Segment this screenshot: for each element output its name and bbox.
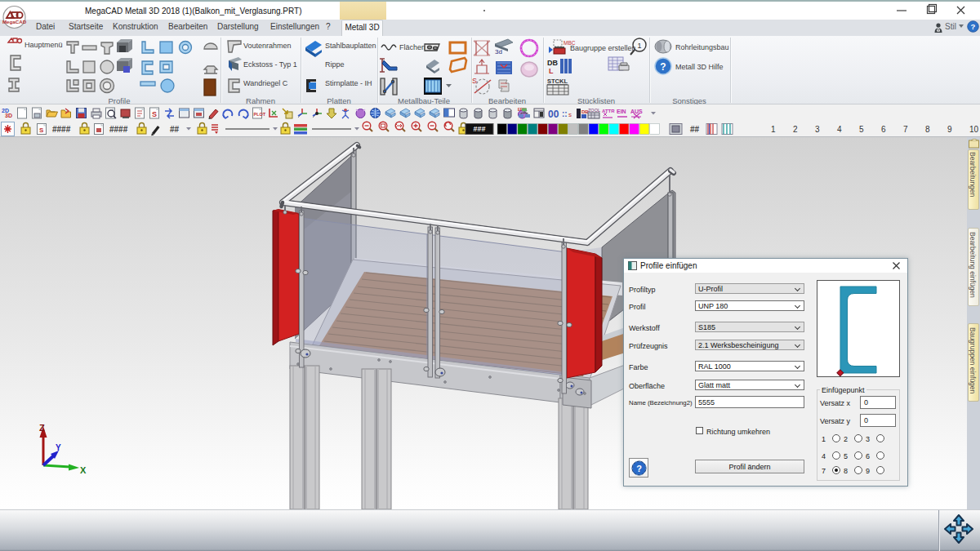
svg-text:::: :: xyxy=(562,109,568,118)
svg-text:##: ## xyxy=(170,125,180,134)
svg-text:Wandriegel C: Wandriegel C xyxy=(243,79,288,87)
svg-text:S: S xyxy=(39,127,44,134)
svg-text:3D: 3D xyxy=(5,113,12,118)
svg-text:DB: DB xyxy=(547,59,558,67)
svg-text:AUS: AUS xyxy=(630,109,643,114)
svg-text:S: S xyxy=(472,77,477,85)
svg-text:9: 9 xyxy=(947,125,952,134)
svg-text:10: 10 xyxy=(969,125,979,134)
svg-text:Metall 3D Hilfe: Metall 3D Hilfe xyxy=(675,63,724,71)
svg-text:2: 2 xyxy=(793,125,798,134)
svg-text:MegaCAD: MegaCAD xyxy=(2,19,27,24)
svg-text:4: 4 xyxy=(837,125,842,134)
svg-text:##: ## xyxy=(690,125,700,134)
svg-text:Y: Y xyxy=(56,443,61,452)
svg-text:8: 8 xyxy=(925,125,930,134)
svg-text:Hauptmenü: Hauptmenü xyxy=(24,41,63,49)
svg-text:?: ? xyxy=(660,61,666,73)
svg-text:1: 1 xyxy=(637,42,641,50)
svg-text:s: s xyxy=(568,111,572,118)
svg-text:Voutenrahmen: Voutenrahmen xyxy=(243,42,292,50)
svg-text:X: X xyxy=(80,465,87,475)
svg-text:?: ? xyxy=(971,22,976,31)
svg-text:L: L xyxy=(549,67,554,75)
svg-text:Baugruppe erstellen: Baugruppe erstellen xyxy=(570,44,636,52)
svg-text:Flächen: Flächen xyxy=(399,43,425,51)
svg-text:1: 1 xyxy=(771,125,776,134)
svg-text:6: 6 xyxy=(881,125,886,134)
svg-text:7: 7 xyxy=(903,125,908,134)
svg-text:3: 3 xyxy=(815,125,820,134)
svg-text:Eckstoss - Typ 1: Eckstoss - Typ 1 xyxy=(243,60,297,69)
svg-text:Z: Z xyxy=(39,423,45,433)
svg-text:Stirnplatte - IH: Stirnplatte - IH xyxy=(325,79,372,87)
svg-text:####: #### xyxy=(52,125,71,134)
svg-text:?: ? xyxy=(636,463,642,473)
svg-text:00: 00 xyxy=(548,109,559,120)
svg-text:3d: 3d xyxy=(495,48,502,56)
svg-text:S: S xyxy=(152,110,157,118)
svg-text:STCKL: STCKL xyxy=(547,78,568,85)
svg-text:####: #### xyxy=(109,125,128,134)
svg-text:Rippe: Rippe xyxy=(325,60,345,69)
svg-text:Rohrleitungsbau: Rohrleitungsbau xyxy=(675,43,729,51)
svg-text:###: ### xyxy=(473,125,485,133)
svg-text:ZOOL: ZOOL xyxy=(588,108,600,113)
svg-text:Stahlbauplatten: Stahlbauplatten xyxy=(325,42,376,50)
svg-text:EIN: EIN xyxy=(617,109,626,114)
svg-text:5: 5 xyxy=(859,125,864,134)
svg-text:PLOT: PLOT xyxy=(254,112,266,117)
